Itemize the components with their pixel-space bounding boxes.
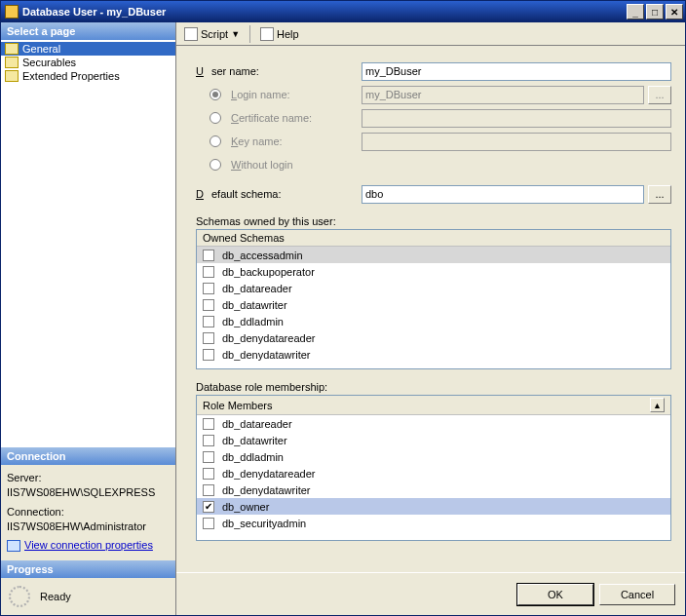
checkbox[interactable]: [203, 468, 214, 480]
checkbox[interactable]: [203, 418, 214, 430]
list-item[interactable]: db_accessadmin: [197, 247, 670, 263]
without-login-label: Without login: [196, 159, 362, 171]
owned-schemas-label: Schemas owned by this user:: [196, 215, 671, 227]
maximize-button[interactable]: □: [646, 4, 664, 19]
user-name-input[interactable]: [362, 62, 671, 81]
list-item-label: db_datareader: [222, 283, 292, 294]
connection-properties-icon: [7, 540, 20, 552]
scroll-up-icon[interactable]: ▲: [650, 398, 665, 412]
checkbox[interactable]: [203, 250, 214, 261]
owned-schemas-list[interactable]: Owned Schemas db_accessadmindb_backupope…: [196, 229, 671, 369]
list-item-label: db_datawriter: [222, 299, 287, 311]
script-icon: [184, 27, 198, 41]
progress-spinner-icon: [9, 586, 30, 607]
list-item[interactable]: db_datareader: [197, 415, 670, 432]
app-icon: [5, 5, 19, 19]
owned-schemas-header: Owned Schemas: [203, 232, 285, 244]
script-button[interactable]: Script ▼: [180, 25, 244, 43]
page-extended-properties[interactable]: Extended Properties: [1, 69, 175, 83]
connection-header: Connection: [1, 447, 175, 465]
titlebar[interactable]: Database User - my_DBuser _ □ ✕: [1, 1, 685, 22]
list-item[interactable]: db_datareader: [197, 280, 670, 296]
server-value: IIS7WS08EHW\SQLEXPRESS: [7, 485, 170, 500]
list-item[interactable]: db_denydatareader: [197, 329, 670, 346]
list-item-label: db_denydatawriter: [222, 349, 311, 361]
page-icon: [5, 57, 19, 68]
default-schema-label: Default schema:: [196, 188, 362, 200]
ok-button[interactable]: OK: [517, 584, 593, 605]
checkbox[interactable]: [203, 316, 214, 327]
list-item[interactable]: db_ddladmin: [197, 313, 670, 329]
certificate-name-label: Certificate name:: [196, 112, 362, 124]
list-item[interactable]: db_denydatareader: [197, 465, 670, 481]
list-item-label: db_datareader: [222, 418, 292, 430]
dialog-footer: OK Cancel: [176, 572, 685, 615]
list-item[interactable]: db_securityadmin: [197, 515, 670, 531]
list-item-label: db_owner: [222, 501, 269, 513]
page-list: General Securables Extended Properties: [1, 40, 175, 85]
key-radio[interactable]: [210, 135, 221, 147]
page-general[interactable]: General: [1, 42, 175, 56]
checkbox[interactable]: [203, 332, 214, 344]
list-item-label: db_datawriter: [222, 435, 287, 446]
page-securables[interactable]: Securables: [1, 56, 175, 69]
connection-info: Server: IIS7WS08EHW\SQLEXPRESS Connectio…: [1, 465, 175, 560]
dialog-window: Database User - my_DBuser _ □ ✕ Select a…: [0, 0, 686, 616]
page-icon: [5, 43, 19, 55]
list-item[interactable]: db_denydatawriter: [197, 481, 670, 498]
view-connection-properties-link[interactable]: View connection properties: [24, 538, 153, 553]
login-name-input: [362, 86, 644, 104]
progress-header: Progress: [1, 560, 175, 578]
checkbox[interactable]: [203, 451, 214, 463]
login-name-label: Login name:: [196, 89, 362, 100]
form-area: User name: Login name: ... Certificate n…: [176, 46, 685, 547]
checkbox[interactable]: [203, 518, 214, 529]
window-title: Database User - my_DBuser: [22, 6, 166, 18]
server-label: Server:: [7, 471, 170, 485]
list-item-label: db_denydatawriter: [222, 484, 311, 496]
toolbar: Script ▼ Help: [176, 22, 685, 46]
list-item[interactable]: db_denydatawriter: [197, 346, 670, 363]
help-button[interactable]: Help: [256, 25, 303, 43]
user-name-label: User name:: [196, 65, 362, 77]
list-item[interactable]: db_datawriter: [197, 296, 670, 313]
checkbox[interactable]: [203, 283, 214, 294]
connection-value: IIS7WS08EHW\Administrator: [7, 520, 170, 534]
key-name-input: [362, 133, 671, 151]
list-item-label: db_securityadmin: [222, 518, 306, 529]
without-login-radio[interactable]: [210, 159, 221, 171]
default-schema-input[interactable]: [362, 185, 644, 204]
checkbox[interactable]: ✔: [203, 501, 214, 513]
list-item[interactable]: ✔db_owner: [197, 498, 670, 515]
close-button[interactable]: ✕: [666, 4, 683, 19]
list-item-label: db_denydatareader: [222, 332, 315, 344]
list-item[interactable]: db_backupoperator: [197, 263, 670, 280]
cancel-button[interactable]: Cancel: [599, 584, 675, 605]
connection-label: Connection:: [7, 505, 170, 520]
list-item[interactable]: db_ddladmin: [197, 448, 670, 465]
checkbox[interactable]: [203, 349, 214, 361]
key-name-label: Key name:: [196, 135, 362, 147]
list-item-label: db_accessadmin: [222, 250, 303, 261]
checkbox[interactable]: [203, 484, 214, 496]
login-name-radio[interactable]: [210, 89, 221, 100]
list-item-label: db_backupoperator: [222, 266, 315, 278]
schema-browse-button[interactable]: ...: [648, 185, 671, 204]
checkbox[interactable]: [203, 266, 214, 278]
role-members-list[interactable]: Role Members▲ db_datareaderdb_datawriter…: [196, 395, 671, 541]
certificate-name-input: [362, 109, 671, 128]
dropdown-arrow-icon: ▼: [231, 29, 240, 39]
login-browse-button: ...: [648, 86, 671, 104]
right-panel: Script ▼ Help User name: Login name: ..: [176, 22, 685, 615]
help-icon: [260, 27, 274, 41]
checkbox[interactable]: [203, 435, 214, 446]
minimize-button[interactable]: _: [627, 4, 644, 19]
select-page-header: Select a page: [1, 22, 175, 40]
list-item-label: db_denydatareader: [222, 468, 315, 480]
certificate-radio[interactable]: [210, 112, 221, 124]
list-item[interactable]: db_datawriter: [197, 432, 670, 448]
checkbox[interactable]: [203, 299, 214, 311]
progress-status: Ready: [40, 591, 71, 602]
list-item-label: db_ddladmin: [222, 316, 284, 327]
left-panel: Select a page General Securables Extende…: [1, 22, 176, 615]
